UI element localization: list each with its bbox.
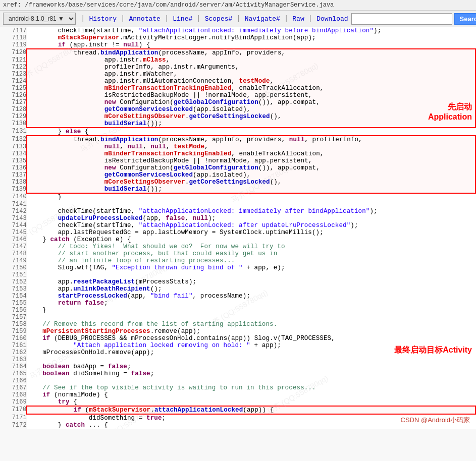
table-row: 7167 // See if the top visible activity … [0,384,475,391]
table-row: 7165 boolean didSomething = false; [0,370,475,377]
table-row: 7119 if (app.instr != null) { [0,41,475,49]
line-number: 7132 [0,136,27,143]
code-wrapper: 7117 checkTime(startTime, "attachApplica… [0,27,476,429]
line-number: 7118 [0,34,27,41]
line-code: mPersistentStartingProcesses.remove(app)… [27,328,475,335]
line-number: 7172 [0,422,27,429]
line-code: } catch ... { [27,422,475,429]
search-button[interactable]: Search [454,13,476,25]
line-number: 7160 [0,335,27,342]
line-number: 7161 [0,342,27,349]
code-area[interactable]: 7117 checkTime(startTime, "attachApplica… [0,27,476,429]
table-row: 7138 mCoreSettingsObserver.getCoreSettin… [0,179,475,186]
line-number: 7126 [0,92,27,99]
line-code: checkTime(startTime, "attachApplicationL… [27,27,475,34]
line-code: didSomething = true; [27,414,475,422]
table-row: 7130 buildSerial()); [0,120,475,128]
table-row: 7133 null, null, null, testMode, [0,143,475,150]
table-row: 7132 thread.bindApplication(processName,… [0,136,475,143]
table-row: 7170 if (mStackSupervisor.attachApplicat… [0,406,475,414]
table-row: 7172 } catch ... { [0,422,475,429]
version-select[interactable]: android-8.1.0_r81 ▼ [3,13,76,25]
line-code: } else { [27,128,475,136]
line-number: 7133 [0,143,27,150]
separator: | [165,15,169,23]
annotation-2: 最终启动目标Activity [394,345,472,356]
table-row: 7166 [0,377,475,384]
code-table: 7117 checkTime(startTime, "attachApplica… [0,27,476,429]
line-number: 7135 [0,157,27,164]
line-number: 7167 [0,384,27,391]
table-row: 7117 checkTime(startTime, "attachApplica… [0,27,475,34]
table-row: 7169 try { [0,398,475,406]
line-code: return false; [27,300,475,307]
line-code: getCommonServicesLocked(app.isolated), [27,171,475,179]
separator: | [284,15,288,23]
line-number: 7148 [0,250,27,257]
line-code: mBinderTransactionTrackingEnabled, enabl… [27,150,475,157]
line-number: 7123 [0,71,27,78]
nav-scopes[interactable]: Scopes# [202,14,236,24]
line-code: // start another process, but that could… [27,250,475,257]
search-input[interactable] [351,13,452,25]
table-row: 7143 updateLruProcessLocked(app, false, … [0,215,475,222]
table-row: 7156 } [0,307,475,314]
line-code: thread.bindApplication(processName, appI… [27,136,475,143]
line-number: 7171 [0,414,27,422]
table-row: 7171 didSomething = true; [0,414,475,422]
table-row: 7139 buildSerial()); [0,186,475,193]
line-code: isRestrictedBackupMode || !normalMode, a… [27,92,475,99]
line-number: 7141 [0,201,27,208]
nav-bar: android-8.1.0_r81 ▼ | History | Annotate… [0,11,476,27]
path-text: xref: /frameworks/base/services/core/jav… [3,2,334,9]
line-code: if (normalMode) { [27,391,475,398]
line-code: updateLruProcessLocked(app, false, null)… [27,215,475,222]
table-row: 7145 app.lastRequestedGc = app.lastLowMe… [0,229,475,236]
line-code: buildSerial()); [27,186,475,193]
line-code [27,377,475,384]
nav-annotate[interactable]: Annotate [126,14,163,24]
table-row: 7164 boolean badApp = false; [0,363,475,370]
line-number: 7117 [0,27,27,34]
nav-history[interactable]: History [86,14,120,24]
line-code: } [27,307,475,314]
table-row: 7122 profilerInfo, app.instr.mArguments, [0,64,475,71]
nav-download[interactable]: Download [313,14,351,24]
separator: | [236,15,240,23]
table-row: 7142 checkTime(startTime, "attachApplica… [0,208,475,215]
table-row: 7123 app.instr.mWatcher, [0,71,475,78]
line-number: 7158 [0,321,27,328]
line-number: 7145 [0,229,27,236]
table-row: 7146 } catch (Exception e) { [0,236,475,243]
line-code: startProcessLocked(app, "bind fail", pro… [27,293,475,300]
line-code: checkTime(startTime, "attachApplicationL… [27,222,475,229]
table-row: 7120 thread.bindApplication(processName,… [0,49,475,56]
table-row: 7128 getCommonServicesLocked(app.isolate… [0,106,475,113]
table-row: 7158 // Remove this record from the list… [0,321,475,328]
nav-navigate[interactable]: Navigate# [242,14,283,24]
line-code: new Configuration(getGlobalConfiguration… [27,164,475,171]
table-row: 7121 app.instr.mClass, [0,56,475,64]
line-code: thread.bindApplication(processName, appI… [27,49,475,56]
line-code: app.instr.mUiAutomationConnection, testM… [27,78,475,85]
table-row: 7157 [0,314,475,321]
search-bar: Search [351,13,476,25]
line-code: mBinderTransactionTrackingEnabled, enabl… [27,85,475,92]
table-row: 7129 mCoreSettingsObserver.getCoreSettin… [0,113,475,120]
line-number: 7120 [0,49,27,56]
table-row: 7125 mBinderTransactionTrackingEnabled, … [0,85,475,92]
table-row: 7155 return false; [0,300,475,307]
separator: | [308,15,312,23]
line-number: 7143 [0,215,27,222]
line-code: app.instr.mWatcher, [27,71,475,78]
line-code [27,356,475,363]
line-number: 7152 [0,278,27,285]
nav-raw[interactable]: Raw [289,14,307,24]
nav-line[interactable]: Line# [170,14,195,24]
line-number: 7151 [0,271,27,278]
line-number: 7164 [0,363,27,370]
table-row: 7134 mBinderTransactionTrackingEnabled, … [0,150,475,157]
table-row: 7149 // an infinite loop of restarting p… [0,257,475,264]
line-number: 7138 [0,179,27,186]
line-number: 7144 [0,222,27,229]
